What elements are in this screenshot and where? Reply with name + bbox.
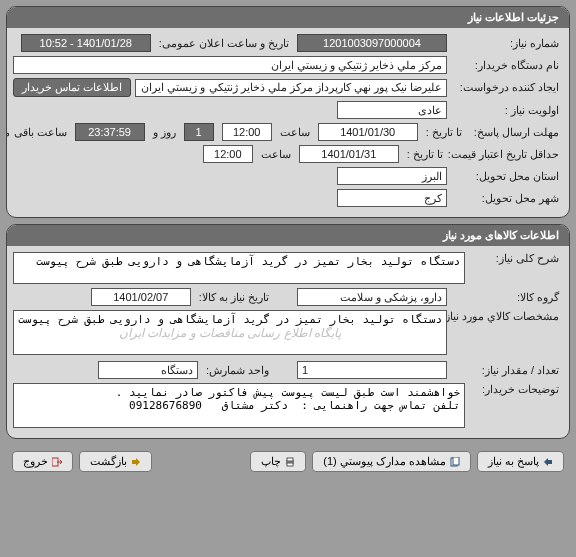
svg-rect-3 bbox=[287, 458, 293, 461]
svg-rect-4 bbox=[287, 463, 293, 466]
reply-button-label: پاسخ به نیاز bbox=[488, 455, 539, 468]
price-valid-date-field bbox=[299, 145, 399, 163]
label-unit: واحد شمارش: bbox=[202, 364, 273, 377]
svg-rect-1 bbox=[453, 457, 459, 465]
label-reply-deadline: مهلت ارسال پاسخ: bbox=[470, 126, 559, 139]
back-button[interactable]: بازگشت bbox=[79, 451, 152, 472]
label-need-number: شماره نیاز: bbox=[451, 37, 559, 50]
remaining-time-field bbox=[75, 123, 145, 141]
goods-group-field bbox=[297, 288, 447, 306]
print-icon bbox=[285, 457, 295, 467]
panel-header-info: جزئیات اطلاعات نیاز bbox=[7, 7, 569, 28]
label-spec: مشخصات کالاي مورد نیاز: bbox=[451, 310, 559, 323]
buyer-name-field bbox=[13, 56, 447, 74]
label-goods-group: گروه کالا: bbox=[451, 291, 559, 304]
label-need-date: تاریخ نیاز به کالا: bbox=[195, 291, 273, 304]
buyer-note-field bbox=[13, 383, 465, 428]
pub-datetime-field bbox=[21, 34, 151, 52]
label-general-desc: شرح کلی نیاز: bbox=[469, 252, 559, 265]
label-quantity: تعداد / مقدار نیاز: bbox=[451, 364, 559, 377]
exit-button[interactable]: خروج bbox=[12, 451, 73, 472]
exit-icon bbox=[52, 457, 62, 467]
remaining-days-field bbox=[184, 123, 214, 141]
panel-header-goods: اطلاعات کالاهای مورد نیاز bbox=[7, 225, 569, 246]
label-creator: ایجاد کننده درخواست: bbox=[451, 81, 559, 94]
print-button-label: چاپ bbox=[261, 455, 281, 468]
general-desc-field bbox=[13, 252, 465, 284]
label-time-2: ساعت bbox=[257, 148, 295, 161]
label-days-and: روز و bbox=[149, 126, 180, 139]
label-to-date-2: تا تاریخ : bbox=[403, 148, 447, 161]
priority-field bbox=[337, 101, 447, 119]
price-valid-time-field bbox=[203, 145, 253, 163]
reply-date-field bbox=[318, 123, 418, 141]
back-icon bbox=[131, 457, 141, 467]
exit-button-label: خروج bbox=[23, 455, 48, 468]
province-field bbox=[337, 167, 447, 185]
need-number-field bbox=[297, 34, 447, 52]
label-province: استان محل تحویل: bbox=[451, 170, 559, 183]
label-to-date-1: تا تاریخ : bbox=[422, 126, 466, 139]
label-buyer-name: نام دستگاه خریدار: bbox=[451, 59, 559, 72]
view-attachments-label: مشاهده مدارک پیوستي (1) bbox=[323, 455, 446, 468]
reply-icon bbox=[543, 457, 553, 467]
reply-time-field bbox=[222, 123, 272, 141]
label-pub-datetime: تاریخ و ساعت اعلان عمومی: bbox=[155, 37, 293, 50]
spec-field bbox=[13, 310, 447, 355]
view-attachments-button[interactable]: مشاهده مدارک پیوستي (1) bbox=[312, 451, 471, 472]
reply-button[interactable]: پاسخ به نیاز bbox=[477, 451, 564, 472]
quantity-field bbox=[297, 361, 447, 379]
need-date-field bbox=[91, 288, 191, 306]
city-field bbox=[337, 189, 447, 207]
buyer-contact-button[interactable]: اطلاعات تماس خریدار bbox=[13, 78, 131, 97]
label-priority: اولویت نیاز : bbox=[451, 104, 559, 117]
label-buyer-note: توضیحات خریدار: bbox=[469, 383, 559, 396]
creator-field bbox=[135, 79, 447, 97]
unit-field bbox=[98, 361, 198, 379]
label-price-validity: حداقل تاریخ اعتبار قیمت: bbox=[451, 148, 559, 161]
label-remaining: ساعت باقی مانده bbox=[6, 126, 71, 139]
attachment-icon bbox=[450, 457, 460, 467]
back-button-label: بازگشت bbox=[90, 455, 127, 468]
label-city: شهر محل تحویل: bbox=[451, 192, 559, 205]
label-time-1: ساعت bbox=[276, 126, 314, 139]
print-button[interactable]: چاپ bbox=[250, 451, 306, 472]
